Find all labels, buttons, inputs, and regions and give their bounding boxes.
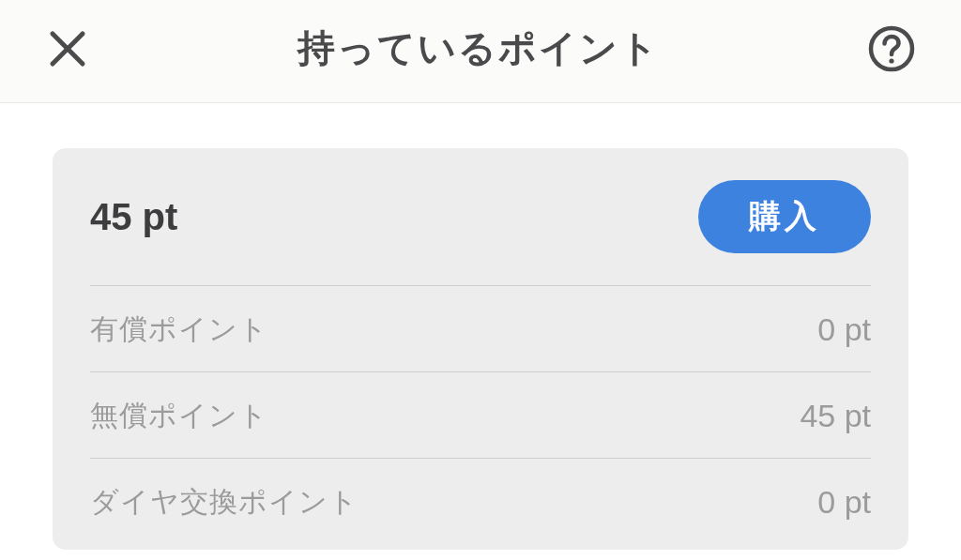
close-icon [47,28,88,69]
buy-button[interactable]: 購入 [698,180,871,253]
points-card: 45 pt 購入 有償ポイント 0 pt 無償ポイント 45 pt ダイヤ交換ポ… [53,148,908,550]
detail-row-diamond: ダイヤ交換ポイント 0 pt [90,459,871,544]
help-icon [867,24,916,73]
close-button[interactable] [45,26,90,71]
svg-point-3 [889,58,893,63]
page-title: 持っているポイント [297,23,660,74]
total-points-row: 45 pt 購入 [90,180,871,286]
detail-label: ダイヤ交換ポイント [90,483,358,522]
detail-row-paid: 有償ポイント 0 pt [90,286,871,372]
detail-label: 有償ポイント [90,310,268,349]
detail-label: 無償ポイント [90,397,268,435]
detail-value: 0 pt [817,311,871,348]
detail-value: 0 pt [817,484,871,521]
content-area: 45 pt 購入 有償ポイント 0 pt 無償ポイント 45 pt ダイヤ交換ポ… [0,103,961,550]
detail-value: 45 pt [800,398,871,434]
detail-row-free: 無償ポイント 45 pt [90,372,871,459]
total-points-value: 45 pt [90,196,177,238]
header: 持っているポイント [0,0,961,103]
help-button[interactable] [867,24,916,73]
